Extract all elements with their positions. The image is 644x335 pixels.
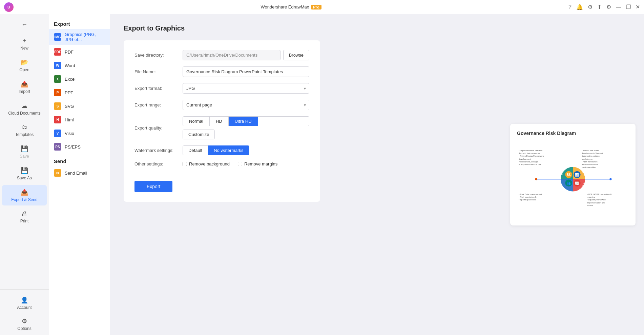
titlebar: U Wondershare EdrawMax Pro ? 🔔 ⚙ ⬆ ⚙ — ❐… — [0, 0, 644, 14]
sidebar-item-new[interactable]: ＋ New — [2, 33, 47, 54]
main-content: Export to Graphics Save directory: Brows… — [110, 14, 502, 335]
export-range-label: Export range: — [134, 102, 179, 107]
restore-btn[interactable]: ❐ — [626, 4, 631, 10]
export-quality-row: Export quality: Normal HD Ultra HD Custo… — [134, 116, 309, 139]
export-range-select[interactable]: Current page All pages Selected objects — [183, 100, 309, 110]
ppt-format-icon: P — [54, 89, 61, 96]
remove-background-label: Remove background — [189, 161, 230, 166]
export-section-title: Export — [49, 18, 110, 29]
remove-background-item[interactable]: Remove background — [183, 161, 230, 166]
quality-hd-btn[interactable]: HD — [210, 117, 229, 126]
send-email-item[interactable]: ✉ Send Email — [49, 166, 110, 180]
governance-diagram-svg: • Implementation of Basel III/credit ris… — [517, 141, 629, 218]
watermark-label: Watermark settings: — [134, 148, 179, 153]
svg-text:• ALM framework: • ALM framework — [582, 160, 598, 163]
watermark-none-btn[interactable]: No watermarks — [208, 145, 249, 155]
svg-text:reporting: reporting — [587, 196, 595, 198]
checkbox-group: Remove background Remove margins — [183, 161, 309, 166]
export-format-pdf[interactable]: PDF PDF — [49, 45, 110, 59]
svg-text:• Market risk model: • Market risk model — [582, 149, 600, 152]
other-settings-label: Other settings: — [134, 161, 179, 166]
export-button[interactable]: Export — [134, 181, 172, 192]
back-button[interactable]: ← — [2, 18, 47, 32]
back-icon: ← — [21, 21, 27, 28]
svg-point-22 — [609, 178, 611, 180]
svg-text:III/credit risk measures: III/credit risk measures — [519, 152, 540, 154]
export-format-word[interactable]: W Word — [49, 59, 110, 72]
templates-icon: 🗂 — [21, 124, 27, 131]
export-format-visio[interactable]: V Visio — [49, 126, 110, 140]
sidebar-item-templates[interactable]: 🗂 Templates — [2, 120, 47, 140]
export-range-row: Export range: Current page All pages Sel… — [134, 100, 309, 110]
svg-format-icon: S — [54, 102, 61, 110]
app-title: Wondershare EdrawMax — [261, 4, 309, 9]
sidebar-item-new-label: New — [20, 46, 28, 51]
watermark-default-btn[interactable]: Default — [183, 145, 208, 155]
export-format-graphics[interactable]: IMG Graphics (PNG, JPG et... — [49, 29, 110, 45]
remove-margins-label: Remove margins — [244, 161, 277, 166]
options-icon: ⚙ — [22, 317, 27, 325]
graphics-format-label: Graphics (PNG, JPG et... — [65, 32, 105, 42]
share-icon[interactable]: ⬆ — [597, 4, 602, 10]
preview-panel: Governance Risk Diagram • Implementation… — [502, 14, 644, 335]
send-section-title: Send — [49, 154, 110, 166]
sidebar-item-print[interactable]: 🖨 Print — [2, 207, 47, 227]
help-icon[interactable]: ? — [568, 4, 572, 10]
export-form: Save directory: Browse File Name: Export… — [124, 40, 320, 202]
sidebar-item-cloud[interactable]: ☁ Cloud Documents — [2, 99, 47, 119]
file-name-input[interactable] — [183, 66, 309, 77]
svg-text:• Liquidity framework: • Liquidity framework — [587, 198, 606, 201]
word-format-label: Word — [65, 63, 75, 68]
avatar: U — [4, 2, 14, 12]
svg-format-label: SVG — [65, 104, 74, 109]
save-icon: 💾 — [21, 145, 28, 153]
saveas-icon: 💾 — [21, 167, 28, 174]
sidebar-item-templates-label: Templates — [15, 132, 34, 137]
html-format-label: Html — [65, 117, 74, 122]
remove-margins-checkbox[interactable] — [238, 162, 242, 166]
sidebar-item-export-label: Export & Send — [11, 197, 37, 202]
titlebar-center: Wondershare EdrawMax Pro — [261, 4, 321, 9]
file-name-row: File Name: — [134, 66, 309, 77]
sidebar-item-open[interactable]: 📂 Open — [2, 55, 47, 76]
sidebar-item-options[interactable]: ⚙ Options — [2, 314, 47, 334]
account-icon: 👤 — [21, 296, 28, 304]
export-format-html[interactable]: H Html — [49, 113, 110, 126]
sidebar-item-open-label: Open — [19, 67, 29, 72]
minimize-btn[interactable]: — — [616, 4, 621, 10]
quality-ultrahd-btn[interactable]: Ultra HD — [229, 117, 258, 126]
browse-button[interactable]: Browse — [283, 50, 309, 60]
community-icon[interactable]: ⚙ — [588, 4, 593, 10]
sidebar-item-account-label: Account — [17, 305, 32, 310]
export-format-svg[interactable]: S SVG — [49, 99, 110, 113]
notification-icon[interactable]: 🔔 — [576, 4, 583, 10]
sidebar-item-saveas[interactable]: 💾 Save As — [2, 163, 47, 184]
settings-icon[interactable]: ⚙ — [606, 4, 611, 10]
remove-margins-item[interactable]: Remove margins — [238, 161, 277, 166]
export-format-excel[interactable]: X Excel — [49, 72, 110, 86]
svg-text:Assessment, Design: Assessment, Design — [519, 160, 538, 163]
export-quality-label: Export quality: — [134, 125, 179, 131]
sidebar-item-import[interactable]: 📥 Import — [2, 77, 47, 97]
svg-text:• LCR, NSFR calculation &: • LCR, NSFR calculation & — [587, 193, 612, 195]
remove-background-checkbox[interactable] — [183, 162, 187, 166]
svg-text:models, etc.: models, etc. — [582, 158, 593, 160]
import-icon: 📥 — [21, 80, 28, 88]
svg-text:• Risk monitoring &: • Risk monitoring & — [519, 196, 537, 198]
sidebar-item-account[interactable]: 👤 Account — [2, 293, 47, 313]
save-directory-label: Save directory: — [134, 53, 179, 58]
save-directory-input[interactable] — [183, 50, 281, 60]
svg-point-23 — [535, 178, 537, 180]
sidebar-item-export[interactable]: 📤 Export & Send — [2, 185, 47, 205]
customize-button[interactable]: Customize — [183, 130, 215, 139]
export-format-ppt[interactable]: P PPT — [49, 86, 110, 99]
close-btn[interactable]: ✕ — [636, 4, 640, 10]
export-format-select[interactable]: JPG PNG BMP TIFF — [183, 83, 309, 94]
page-title: Export to Graphics — [124, 24, 488, 32]
quality-normal-btn[interactable]: Normal — [183, 117, 210, 126]
export-format-pseps[interactable]: PS PS/EPS — [49, 140, 110, 154]
pdf-format-label: PDF — [65, 50, 74, 55]
svg-text:👥: 👥 — [567, 181, 571, 185]
svg-text:📈: 📈 — [575, 181, 579, 185]
svg-text:📊: 📊 — [575, 173, 579, 177]
